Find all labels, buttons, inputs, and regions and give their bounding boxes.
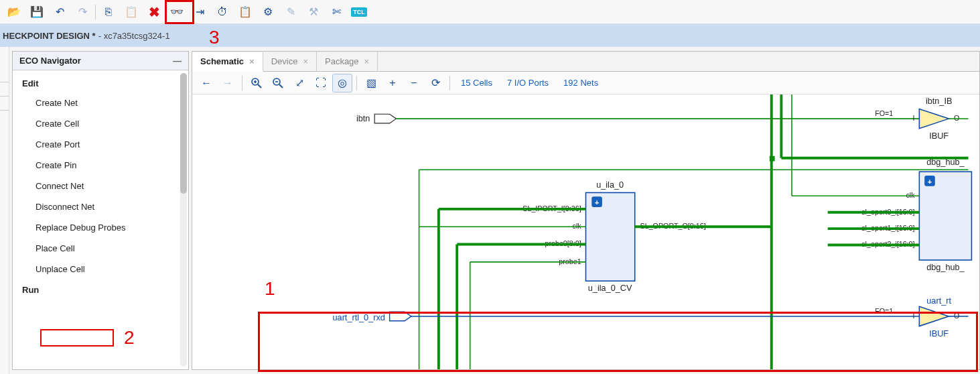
annotation-label-1: 1 (265, 278, 275, 300)
copy-icon[interactable]: ⎘ (97, 2, 120, 22)
cell-label-ibtn-ibuf-top: ibtn_IB (926, 97, 953, 106)
settings-icon[interactable]: ⚙ (257, 2, 279, 22)
tcl-icon[interactable]: TCL (348, 2, 370, 22)
sidebar-item-create-port[interactable]: Create Port (15, 134, 188, 155)
zoom-fit-icon[interactable]: ⤢ (289, 74, 309, 92)
left-gutter (0, 47, 9, 374)
close-icon[interactable]: × (364, 56, 370, 66)
junction (770, 156, 775, 162)
cut-icon[interactable]: ✄ (325, 2, 348, 22)
close-icon[interactable]: × (303, 56, 308, 66)
timer-icon[interactable]: ⏱ (211, 2, 234, 22)
cell-label-dbghub-top: dbg_hub_ (926, 158, 965, 167)
ports-link[interactable]: 7 I/O Ports (507, 78, 549, 88)
design-title: HECKPOINT DESIGN * (3, 31, 96, 41)
remove-icon[interactable]: − (404, 74, 424, 92)
pin-label: clk (573, 222, 582, 230)
minimize-icon[interactable]: — (173, 56, 182, 66)
tab-label: Schematic (200, 56, 244, 66)
undo-icon[interactable]: ↶ (48, 2, 71, 22)
sidebar-item-create-net[interactable]: Create Net (15, 92, 188, 113)
save-icon[interactable]: 💾 (25, 2, 48, 22)
fanout-label: FO=1 (875, 109, 893, 117)
separator (356, 76, 357, 90)
close-icon[interactable]: × (249, 56, 255, 66)
scrollbar-thumb[interactable] (180, 73, 187, 194)
sidebar-item-unplace-cell[interactable]: Unplace Cell (15, 259, 188, 279)
eco-navigator-title: ECO Navigator (19, 56, 81, 66)
eco-navigator-panel: ECO Navigator — EditCreate NetCreate Cel… (12, 51, 189, 370)
design-part: - xc7a35tcsg324-1 (98, 31, 170, 41)
cell-label-uart-ibuf-top: uart_rt (926, 296, 951, 306)
sidebar-item-connect-net[interactable]: Connect Net (15, 176, 188, 196)
sidebar-section-head: Edit (15, 73, 188, 92)
annotation-box-3 (165, 0, 194, 24)
pin-label: clk (906, 191, 915, 199)
nets-link[interactable]: 192 Nets (563, 78, 598, 88)
sidebar-item-replace-debug-probes[interactable]: Replace Debug Probes (15, 217, 188, 238)
pencil-icon: ⚒ (302, 2, 325, 22)
design-title-bar: HECKPOINT DESIGN * - xc7a35tcsg324-1 (0, 24, 980, 47)
sidebar-item-disconnect-net[interactable]: Disconnect Net (15, 196, 188, 217)
regenerate-icon[interactable]: ▧ (361, 74, 381, 92)
eco-navigator-header: ECO Navigator — (13, 52, 188, 70)
port-ibtn[interactable] (374, 114, 396, 123)
sidebar-section-head: Run (15, 279, 188, 299)
tab-device[interactable]: Device× (263, 52, 317, 71)
eco-navigator-body: EditCreate NetCreate CellCreate PortCrea… (13, 70, 188, 369)
paste-icon: 📋 (120, 2, 143, 22)
expand-plus: + (595, 198, 600, 206)
expand-plus: + (928, 177, 932, 186)
gutter-tab[interactable] (0, 88, 9, 97)
cell-label-uila-top: u_ila_0 (596, 180, 624, 190)
separator (95, 5, 96, 19)
sidebar-item-place-cell[interactable]: Place Cell (15, 238, 188, 259)
view-tabs: Schematic×Device×Package× (192, 52, 979, 72)
pin-label: O (954, 114, 959, 122)
cell-label-dbghub-bot: dbg_hub_ (926, 263, 965, 272)
cell-label-uila-bot: u_ila_0_CV (588, 284, 632, 293)
sidebar-item-create-pin[interactable]: Create Pin (15, 155, 188, 176)
add-icon[interactable]: + (382, 74, 403, 92)
annotation-label-2: 2 (124, 327, 135, 349)
redo-icon: ↷ (71, 2, 94, 22)
nav-back-icon[interactable]: ← (196, 74, 216, 92)
schematic-toolbar: ← → ⤢ ⛶ ◎ ▧ + − ⟳ 15 Cells 7 I/O Ports 1… (192, 72, 979, 95)
cell-ibuf-ibtn[interactable] (919, 109, 949, 128)
pin-label: probe1 (559, 257, 581, 265)
zoom-in-icon[interactable] (247, 74, 267, 92)
tab-schematic[interactable]: Schematic× (192, 52, 263, 72)
separator (242, 76, 242, 90)
tab-label: Package (325, 56, 359, 66)
annotation-box-2 (40, 329, 114, 347)
pin-label: I (913, 114, 915, 122)
main-toolbar: 📂💾↶↷⎘📋✖👓⇥⏱📋⚙✎⚒✄TCL (0, 0, 980, 24)
clipboard-icon[interactable]: 📋 (234, 2, 257, 22)
auto-fit-icon[interactable]: ◎ (332, 74, 352, 92)
cells-link[interactable]: 15 Cells (461, 78, 492, 88)
annotation-box-1 (258, 312, 978, 372)
gutter-tab[interactable] (0, 74, 9, 82)
cell-label-ibtn-ibuf-bot: IBUF (929, 131, 949, 141)
nav-forward-icon[interactable]: → (218, 74, 238, 92)
tab-package[interactable]: Package× (317, 52, 378, 71)
separator (449, 76, 450, 90)
svg-line-1 (258, 84, 261, 88)
annotation-label-3: 3 (209, 27, 220, 48)
gutter-tab[interactable] (0, 102, 9, 111)
sidebar-item-create-cell[interactable]: Create Cell (15, 113, 188, 134)
svg-line-5 (279, 84, 283, 88)
refresh-icon[interactable]: ⟳ (425, 74, 445, 92)
zoom-select-icon[interactable]: ⛶ (311, 74, 331, 92)
open-icon[interactable]: 📂 (3, 2, 25, 22)
cancel-icon[interactable]: ✖ (143, 2, 165, 22)
wand-icon: ✎ (279, 2, 302, 22)
port-label-ibtn: ibtn (356, 114, 370, 123)
tab-label: Device (271, 56, 298, 66)
zoom-out-icon[interactable] (268, 74, 288, 92)
